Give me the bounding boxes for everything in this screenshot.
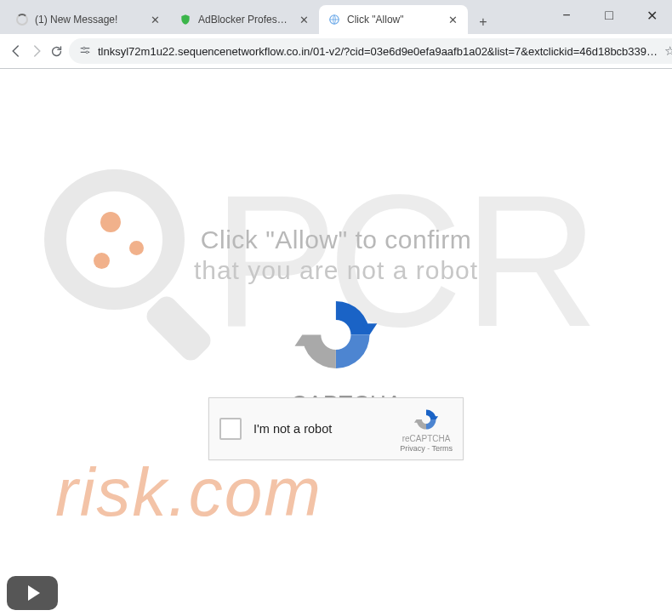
address-bar[interactable]: tlnksyl72m1u22.sequencenetworkflow.co.in… xyxy=(69,38,672,64)
window-minimize[interactable]: − xyxy=(553,7,580,24)
tab-close-icon[interactable]: ✕ xyxy=(446,13,459,26)
url-text: tlnksyl72m1u22.sequencenetworkflow.co.in… xyxy=(98,45,658,58)
terms-link[interactable]: Terms xyxy=(432,444,453,453)
bookmark-icon[interactable]: ☆ xyxy=(664,43,672,59)
hint-line-1: Click "Allow" to confirm xyxy=(194,225,478,254)
recaptcha-label: I'm not a robot xyxy=(253,422,400,436)
tab-close-icon[interactable]: ✕ xyxy=(148,13,162,26)
new-tab-button[interactable]: + xyxy=(471,10,495,34)
window-controls: − □ ✕ xyxy=(553,7,665,24)
recaptcha-mini-brand-label: reCAPTCHA xyxy=(402,434,451,443)
captcha-hint-block: Click "Allow" to confirm that you are no… xyxy=(194,225,478,417)
hint-line-2: that you are not a robot xyxy=(194,256,478,285)
shield-icon xyxy=(179,13,192,26)
recaptcha-badge: reCAPTCHA Privacy - Terms xyxy=(400,406,453,453)
tab-title: Click "Allow" xyxy=(347,14,440,26)
tab-new-message[interactable]: (1) New Message! ✕ xyxy=(7,5,170,34)
recaptcha-mini-logo-icon xyxy=(413,406,440,433)
globe-icon xyxy=(327,13,341,26)
watermark-risk-text: risk.com xyxy=(55,453,322,532)
window-close[interactable]: ✕ xyxy=(638,7,665,24)
play-button[interactable] xyxy=(7,576,58,610)
forward-button[interactable] xyxy=(29,39,44,63)
recaptcha-links: Privacy - Terms xyxy=(400,444,453,453)
svg-point-5 xyxy=(83,47,86,49)
back-button[interactable] xyxy=(9,39,24,63)
site-settings-icon[interactable] xyxy=(79,44,91,59)
page-content: PCR risk.com Click "Allow" to confirm th… xyxy=(0,69,672,616)
tab-close-icon[interactable]: ✕ xyxy=(297,13,310,26)
recaptcha-logo-icon xyxy=(289,288,383,382)
reload-button[interactable] xyxy=(49,39,64,63)
privacy-link[interactable]: Privacy xyxy=(400,444,425,453)
recaptcha-checkbox[interactable] xyxy=(219,418,242,440)
tab-title: (1) New Message! xyxy=(35,14,142,26)
tab-title: AdBlocker Professional xyxy=(198,14,291,26)
window-maximize[interactable]: □ xyxy=(595,7,623,24)
toolbar: tlnksyl72m1u22.sequencenetworkflow.co.in… xyxy=(0,34,672,68)
browser-chrome: − □ ✕ (1) New Message! ✕ AdBlocker Profe… xyxy=(0,0,672,69)
tab-adblocker[interactable]: AdBlocker Professional ✕ xyxy=(170,5,319,34)
tab-click-allow[interactable]: Click "Allow" ✕ xyxy=(319,5,468,34)
spinner-icon xyxy=(15,13,29,26)
recaptcha-widget: I'm not a robot reCAPTCHA Privacy - Term… xyxy=(208,397,464,460)
svg-point-6 xyxy=(86,51,88,54)
